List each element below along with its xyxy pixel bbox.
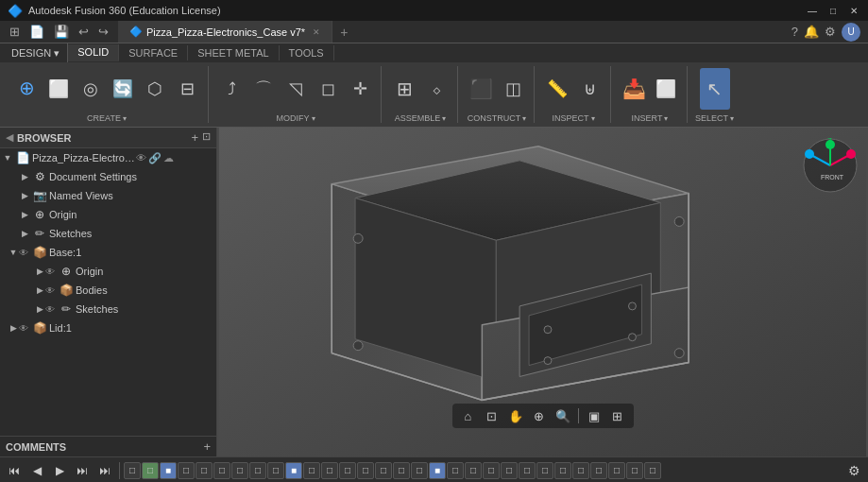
save-icon[interactable]: 💾 — [50, 25, 73, 39]
redo-icon[interactable]: ↪ — [94, 25, 112, 39]
sweep-button[interactable]: 🔄 — [108, 68, 138, 110]
new-tab-button[interactable]: + — [332, 25, 355, 40]
create-label[interactable]: CREATE ▾ — [87, 113, 127, 123]
orbit-button[interactable]: ⊕ — [529, 406, 550, 425]
timeline-item-25[interactable]: □ — [554, 462, 571, 479]
timeline-item-24[interactable]: □ — [536, 462, 553, 479]
chamfer-button[interactable]: ◹ — [281, 68, 311, 110]
timeline-item-7[interactable]: □ — [231, 462, 248, 479]
tree-item-doc-settings[interactable]: ▶ ⚙ Document Settings — [0, 167, 216, 186]
tree-item-root[interactable]: ▼ 📄 Pizza_Pizza-Electronics_... 👁 🔗 ☁ — [0, 148, 216, 167]
pan-button[interactable]: ✋ — [505, 406, 526, 425]
eye-icon-sketches-base[interactable]: 👁 — [45, 304, 55, 315]
grid-settings-button[interactable]: ⊞ — [607, 406, 628, 425]
assemble-label[interactable]: ASSEMBLE ▾ — [395, 113, 447, 123]
browser-add-icon[interactable]: + — [191, 130, 198, 145]
timeline-item-10[interactable]: ■ — [285, 462, 302, 479]
tab-close-button[interactable]: ✕ — [313, 27, 320, 37]
inspect-label[interactable]: INSPECT ▾ — [552, 113, 594, 123]
timeline-item-16[interactable]: □ — [393, 462, 410, 479]
timeline-first-button[interactable]: ⏮ — [4, 460, 25, 481]
tree-item-sketches-base[interactable]: ▶ 👁 ✏ Sketches — [0, 300, 216, 318]
tab-tools[interactable]: TOOLS — [280, 45, 334, 60]
display-settings-button[interactable]: ▣ — [584, 406, 604, 425]
settings-gear-button[interactable]: ⚙ — [843, 460, 864, 481]
timeline-item-12[interactable]: □ — [321, 462, 338, 479]
timeline-item-13[interactable]: □ — [339, 462, 356, 479]
tree-item-sketches-root[interactable]: ▶ ✏ Sketches — [0, 224, 216, 243]
timeline-item-14[interactable]: □ — [357, 462, 374, 479]
timeline-next-button[interactable]: ⏭ — [72, 460, 93, 481]
interference-button[interactable]: ⊎ — [574, 68, 604, 110]
eye-icon-lid[interactable]: 👁 — [19, 323, 28, 334]
user-avatar[interactable]: U — [842, 23, 860, 42]
modify-label[interactable]: MODIFY ▾ — [277, 113, 315, 123]
zoom-button[interactable]: 🔍 — [553, 406, 573, 425]
active-tab[interactable]: 🔷 Pizza_Pizza-Electronics_Case v7* ✕ — [118, 21, 332, 43]
timeline-item-2[interactable]: □ — [142, 462, 159, 479]
insert-svg-button[interactable]: ⬜ — [651, 68, 681, 110]
timeline-item-30[interactable]: □ — [644, 462, 661, 479]
timeline-item-1[interactable]: □ — [124, 462, 141, 479]
select-label[interactable]: SELECT ▾ — [695, 113, 734, 123]
timeline-item-29[interactable]: □ — [626, 462, 643, 479]
minimize-button[interactable]: — — [806, 4, 819, 17]
timeline-last-button[interactable]: ⏭ — [94, 460, 115, 481]
insert-mesh-button[interactable]: 📥 — [619, 68, 649, 110]
undo-icon[interactable]: ↩ — [75, 25, 93, 39]
timeline-item-26[interactable]: □ — [572, 462, 589, 479]
select-button[interactable]: ↖ — [700, 68, 730, 110]
timeline-item-17[interactable]: □ — [411, 462, 428, 479]
timeline-item-19[interactable]: □ — [447, 462, 464, 479]
new-component-button[interactable]: ⊕ — [11, 68, 42, 110]
revolve-button[interactable]: ◎ — [76, 68, 106, 110]
eye-icon-bodies[interactable]: 👁 — [45, 285, 55, 296]
timeline-item-20[interactable]: □ — [465, 462, 482, 479]
close-button[interactable]: ✕ — [847, 4, 860, 17]
timeline-item-27[interactable]: □ — [590, 462, 607, 479]
cloud-icon[interactable]: ☁ — [163, 152, 174, 164]
extrude-button[interactable]: ⬜ — [43, 68, 74, 110]
fit-view-button[interactable]: ⊡ — [482, 406, 502, 425]
timeline-item-11[interactable]: □ — [303, 462, 320, 479]
browser-back-icon[interactable]: ◀ — [6, 131, 13, 144]
eye-icon[interactable]: 👁 — [136, 152, 146, 164]
measure-button[interactable]: 📏 — [542, 68, 572, 110]
timeline-item-3[interactable]: ■ — [160, 462, 177, 479]
tree-item-origin-base[interactable]: ▶ 👁 ⊕ Origin — [0, 262, 216, 281]
timeline-item-6[interactable]: □ — [213, 462, 230, 479]
fillet-button[interactable]: ⌒ — [248, 68, 279, 110]
canvas-area[interactable]: X Y Z FRONT ⌂ ⊡ ✋ ⊕ 🔍 ▣ ⊞ — [217, 128, 868, 456]
timeline-item-9[interactable]: □ — [267, 462, 284, 479]
timeline-item-21[interactable]: □ — [483, 462, 500, 479]
eye-icon-origin-base[interactable]: 👁 — [45, 267, 55, 277]
tab-sheet-metal[interactable]: SHEET METAL — [188, 45, 279, 60]
design-dropdown[interactable]: DESIGN ▾ — [4, 43, 68, 62]
home-view-button[interactable]: ⌂ — [458, 406, 479, 425]
timeline-item-23[interactable]: □ — [519, 462, 536, 479]
new-file-icon[interactable]: 📄 — [26, 25, 48, 39]
shell-button[interactable]: ◻ — [313, 68, 343, 110]
tab-surface[interactable]: SURFACE — [119, 45, 188, 60]
tree-item-lid[interactable]: ▶ 👁 📦 Lid:1 — [0, 318, 216, 337]
loft-button[interactable]: ⬡ — [140, 68, 170, 110]
comments-add-icon[interactable]: + — [203, 439, 211, 454]
joint-button[interactable]: ⊞ — [389, 68, 419, 110]
timeline-item-18[interactable]: ■ — [429, 462, 446, 479]
settings-icon[interactable]: ⚙ — [825, 25, 836, 39]
timeline-item-4[interactable]: □ — [178, 462, 195, 479]
rib-button[interactable]: ⊟ — [172, 68, 202, 110]
offset-plane-button[interactable]: ⬛ — [466, 68, 496, 110]
timeline-item-22[interactable]: □ — [501, 462, 518, 479]
construct-label[interactable]: CONSTRUCT ▾ — [468, 113, 527, 123]
timeline-item-15[interactable]: □ — [375, 462, 392, 479]
timeline-item-28[interactable]: □ — [608, 462, 625, 479]
timeline-item-8[interactable]: □ — [249, 462, 266, 479]
insert-label[interactable]: INSERT ▾ — [632, 113, 669, 123]
notification-icon[interactable]: 🔔 — [804, 25, 819, 39]
gizmo[interactable]: X Y Z FRONT — [802, 137, 859, 194]
timeline-prev-button[interactable]: ◀ — [26, 460, 47, 481]
tree-item-origin-root[interactable]: ▶ ⊕ Origin — [0, 205, 216, 224]
help-icon[interactable]: ? — [791, 25, 798, 39]
tree-item-named-views[interactable]: ▶ 📷 Named Views — [0, 186, 216, 205]
